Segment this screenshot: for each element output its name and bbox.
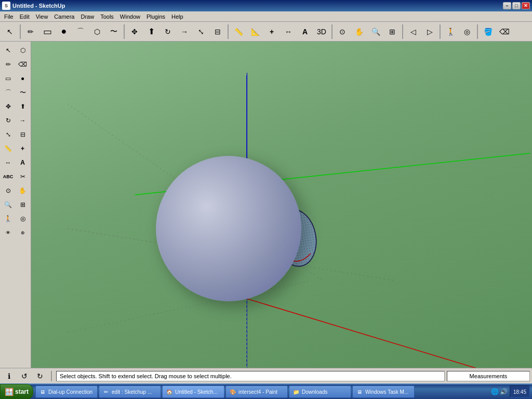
- menu-edit[interactable]: Edit: [17, 13, 33, 20]
- lt-select[interactable]: ↖: [2, 44, 15, 57]
- zoom-tool-btn[interactable]: 🔍: [368, 24, 383, 39]
- lt-pencil[interactable]: ✏: [2, 58, 15, 71]
- menu-help[interactable]: Help: [168, 13, 187, 20]
- lt-eraser[interactable]: ⌫: [16, 58, 30, 71]
- minimize-button[interactable]: −: [503, 2, 511, 9]
- status-icons: ℹ ↺ ↻: [2, 369, 47, 383]
- lt-pushpull[interactable]: ⬆: [16, 100, 30, 113]
- status-undo-icon[interactable]: ↺: [18, 369, 31, 383]
- dimension-tool-btn[interactable]: ↔: [281, 24, 296, 39]
- start-windows-icon: 🪟: [5, 388, 14, 396]
- toolbar-sep-5: [402, 24, 403, 39]
- measurements-box: Measurements: [447, 371, 530, 381]
- lt-select2[interactable]: ⬡: [16, 44, 30, 57]
- viewport[interactable]: [31, 42, 532, 368]
- system-clock[interactable]: 18:45: [510, 385, 530, 398]
- menu-draw[interactable]: Draw: [77, 13, 97, 20]
- freehand-tool-btn[interactable]: 〜: [106, 24, 122, 39]
- menu-window[interactable]: Window: [117, 13, 143, 20]
- untitled-sketchup-icon: 🏠: [166, 388, 173, 395]
- network-notify-icon[interactable]: 🌐: [491, 388, 499, 395]
- pencil-tool-btn[interactable]: ✏: [23, 24, 38, 39]
- lt-pos-cam[interactable]: 👁: [2, 226, 15, 240]
- lt-zoom[interactable]: 🔍: [2, 198, 15, 211]
- taskbar-intersect-paint[interactable]: 🎨 intersect4 - Paint: [225, 385, 288, 398]
- tape-tool-btn[interactable]: 📏: [231, 24, 246, 39]
- scale-tool-btn[interactable]: ⤡: [193, 24, 209, 39]
- pan-tool-btn[interactable]: ✋: [351, 24, 367, 39]
- walkthrough-btn[interactable]: 🚶: [443, 24, 458, 39]
- lt-circle[interactable]: ●: [16, 72, 30, 85]
- taskbar-items: 🖥 Dial-up Connection ✏ edit : Sketchup .…: [33, 384, 489, 399]
- lt-dim[interactable]: ↔: [2, 156, 15, 169]
- lt-arc[interactable]: ⌒: [2, 86, 15, 99]
- taskbar: 🪟 start 🖥 Dial-up Connection ✏ edit : Sk…: [0, 383, 532, 399]
- protractor-tool-btn[interactable]: 📐: [247, 24, 263, 39]
- status-text: Select objects. Shift to extend select. …: [56, 371, 445, 381]
- lt-rect[interactable]: ▭: [2, 72, 15, 85]
- taskbar-task-manager[interactable]: 🖥 Windows Task M...: [352, 385, 415, 398]
- text-tool-btn[interactable]: A: [297, 24, 313, 39]
- lt-rotate[interactable]: ↻: [2, 114, 15, 127]
- paint-btn[interactable]: 🪣: [480, 24, 496, 39]
- menu-file[interactable]: File: [1, 13, 17, 20]
- maximize-button[interactable]: □: [512, 2, 521, 9]
- lt-move[interactable]: ✥: [2, 100, 15, 113]
- task-manager-label: Windows Task M...: [365, 389, 408, 395]
- lt-offset[interactable]: ⊟: [16, 128, 30, 141]
- rectangle-tool-btn[interactable]: ▭: [39, 24, 55, 39]
- axes-tool-btn[interactable]: +: [264, 24, 280, 39]
- lt-scale[interactable]: ⤡: [2, 128, 15, 141]
- lt-zoomext[interactable]: ⊞: [16, 198, 30, 211]
- dialup-label: Dial-up Connection: [48, 389, 92, 395]
- 3dtext-tool-btn[interactable]: 3D: [314, 24, 329, 39]
- status-info-icon[interactable]: ℹ: [2, 369, 16, 383]
- task-manager-icon: 🖥: [356, 388, 363, 395]
- status-redo-icon[interactable]: ↻: [33, 369, 47, 383]
- followme-tool-btn[interactable]: →: [177, 24, 192, 39]
- menu-tools[interactable]: Tools: [97, 13, 117, 20]
- zoom-extents-btn[interactable]: ⊞: [384, 24, 400, 39]
- next-view-btn[interactable]: ▷: [422, 24, 437, 39]
- menu-view[interactable]: View: [33, 13, 51, 20]
- select-tool-btn[interactable]: ↖: [2, 24, 18, 39]
- title-area: S Untitled - SketchUp: [2, 2, 65, 10]
- menu-plugins[interactable]: Plugins: [143, 13, 168, 20]
- sphere-object: [156, 156, 301, 301]
- rotate-tool-btn[interactable]: ↻: [160, 24, 176, 39]
- intersect-paint-icon: 🎨: [229, 388, 236, 395]
- lt-pan[interactable]: ✋: [16, 184, 30, 197]
- orbit-tool-btn[interactable]: ⊙: [335, 24, 350, 39]
- lt-look[interactable]: ◎: [16, 212, 30, 225]
- start-button[interactable]: 🪟 start: [0, 384, 33, 399]
- taskbar-untitled-sketchup[interactable]: 🏠 Untitled - Sketch...: [162, 385, 224, 398]
- close-button[interactable]: ✕: [522, 2, 530, 9]
- circle-tool-btn[interactable]: ●: [56, 24, 72, 39]
- menu-camera[interactable]: Camera: [51, 13, 77, 20]
- prev-view-btn[interactable]: ◁: [405, 24, 421, 39]
- lt-orbit[interactable]: ⊙: [2, 184, 15, 197]
- offset-tool-btn[interactable]: ⊟: [210, 24, 225, 39]
- pushpull-tool-btn[interactable]: ⬆: [143, 24, 159, 39]
- lt-section[interactable]: ✂: [16, 170, 30, 183]
- toolbar-sep-3: [228, 24, 229, 39]
- canvas-area[interactable]: [31, 42, 532, 368]
- lt-north[interactable]: ⊕: [16, 226, 30, 240]
- lt-followme[interactable]: →: [16, 114, 30, 127]
- lt-tape[interactable]: 📏: [2, 142, 15, 155]
- taskbar-downloads[interactable]: 📁 Downloads: [289, 385, 351, 398]
- lt-freehand[interactable]: 〜: [16, 86, 30, 99]
- lt-axes[interactable]: +: [16, 142, 30, 155]
- taskbar-edit-sketchup[interactable]: ✏ edit : Sketchup ...: [99, 385, 161, 398]
- polygon-tool-btn[interactable]: ⬡: [89, 24, 105, 39]
- lt-3dtext[interactable]: ABC: [2, 170, 15, 183]
- move-tool-btn[interactable]: ✥: [127, 24, 142, 39]
- volume-notify-icon[interactable]: 🔊: [500, 388, 508, 395]
- toolbar-sep-6: [440, 24, 441, 39]
- lt-walk[interactable]: 🚶: [2, 212, 15, 225]
- eraser-btn[interactable]: ⌫: [497, 24, 512, 39]
- lookaround-btn[interactable]: ◎: [459, 24, 475, 39]
- lt-text[interactable]: A: [16, 156, 30, 169]
- arc-tool-btn[interactable]: ⌒: [73, 24, 88, 39]
- taskbar-dialup[interactable]: 🖥 Dial-up Connection: [35, 385, 98, 398]
